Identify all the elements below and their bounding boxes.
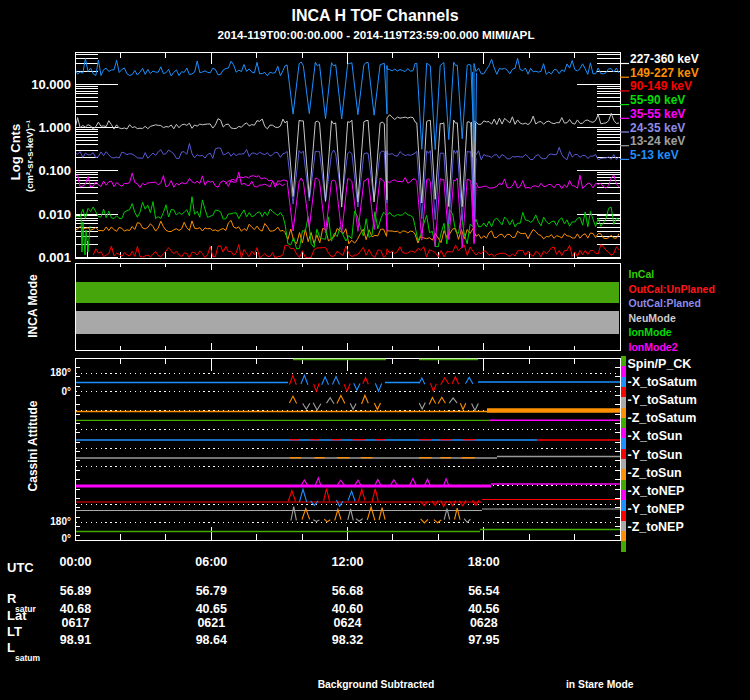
svg-text:Cassini Attitude: Cassini Attitude (26, 400, 40, 491)
svg-text:0628: 0628 (470, 616, 498, 630)
svg-text:-Z_toSatum: -Z_toSatum (628, 411, 697, 425)
svg-text:-X_toSun: -X_toSun (628, 429, 683, 443)
svg-text:5-13 keV: 5-13 keV (630, 148, 679, 162)
svg-text:149-227 keV: 149-227 keV (630, 66, 699, 80)
svg-text:227-360 keV: 227-360 keV (630, 52, 699, 66)
svg-text:0°: 0° (61, 533, 71, 544)
svg-text:40.68: 40.68 (60, 602, 91, 616)
svg-text:0624: 0624 (334, 616, 362, 630)
svg-text:2014-119T00:00:00.000 - 2014-1: 2014-119T00:00:00.000 - 2014-119T23:59:0… (217, 28, 534, 41)
svg-text:-Y_toNEP: -Y_toNEP (628, 502, 685, 516)
svg-text:40.65: 40.65 (196, 602, 227, 616)
svg-text:LT: LT (7, 624, 22, 639)
svg-text:in Stare Mode: in Stare Mode (566, 679, 634, 690)
svg-text:12:00: 12:00 (332, 555, 364, 569)
svg-text:-X_toNEP: -X_toNEP (628, 484, 685, 498)
svg-text:satum: satum (15, 653, 40, 663)
svg-text:L: L (7, 640, 15, 655)
svg-text:56.68: 56.68 (332, 584, 363, 598)
svg-text:40.60: 40.60 (332, 602, 363, 616)
svg-text:UTC: UTC (7, 560, 34, 575)
svg-text:98.91: 98.91 (60, 633, 91, 647)
svg-text:InCal: InCal (629, 268, 655, 280)
svg-text:97.95: 97.95 (468, 633, 499, 647)
svg-text:OutCal:Planed: OutCal:Planed (629, 297, 701, 309)
svg-text:0°: 0° (61, 386, 71, 397)
svg-text:98.64: 98.64 (196, 633, 227, 647)
svg-text:IonMode: IonMode (629, 326, 672, 338)
svg-text:INCA H TOF Channels: INCA H TOF Channels (291, 7, 458, 24)
svg-text:180°: 180° (50, 516, 71, 527)
svg-text:40.56: 40.56 (468, 602, 499, 616)
svg-text:1.000: 1.000 (38, 120, 71, 135)
svg-text:98.32: 98.32 (332, 633, 363, 647)
svg-text:24-35 keV: 24-35 keV (630, 121, 685, 135)
svg-text:INCA Mode: INCA Mode (26, 274, 40, 338)
svg-text:90-149 keV: 90-149 keV (630, 79, 692, 93)
svg-text:10.000: 10.000 (31, 77, 71, 92)
svg-text:18:00: 18:00 (468, 555, 500, 569)
svg-text:IonMode2: IonMode2 (629, 341, 678, 353)
svg-text:56.79: 56.79 (196, 584, 227, 598)
svg-text:0.010: 0.010 (38, 207, 71, 222)
svg-text:NeuMode: NeuMode (629, 312, 676, 324)
svg-text:Background Subtracted: Background Subtracted (318, 679, 435, 690)
svg-text:OutCal:UnPlaned: OutCal:UnPlaned (629, 283, 715, 295)
svg-text:00:00: 00:00 (60, 555, 92, 569)
svg-text:-Z_toNEP: -Z_toNEP (628, 520, 684, 534)
svg-text:56.54: 56.54 (468, 584, 499, 598)
svg-text:(cm²-sr-s-keV)⁻¹: (cm²-sr-s-keV)⁻¹ (24, 120, 35, 192)
svg-text:-X_toSatum: -X_toSatum (628, 375, 697, 389)
svg-text:0.001: 0.001 (38, 250, 71, 265)
svg-text:Log Cnts: Log Cnts (8, 124, 23, 180)
svg-text:Spin/P_CK: Spin/P_CK (628, 357, 692, 371)
svg-text:Lat: Lat (7, 608, 27, 623)
svg-text:55-90 keV: 55-90 keV (630, 93, 685, 107)
svg-text:-Z_toSun: -Z_toSun (628, 466, 682, 480)
svg-text:13-24 keV: 13-24 keV (630, 134, 685, 148)
svg-text:06:00: 06:00 (195, 555, 227, 569)
svg-text:35-55 keV: 35-55 keV (630, 107, 685, 121)
svg-text:0617: 0617 (62, 616, 90, 630)
svg-text:0621: 0621 (197, 616, 225, 630)
svg-text:180°: 180° (50, 367, 71, 378)
svg-text:-Y_toSun: -Y_toSun (628, 448, 683, 462)
svg-text:-Y_toSatum: -Y_toSatum (628, 393, 697, 407)
svg-text:0.100: 0.100 (38, 163, 71, 178)
svg-text:56.89: 56.89 (60, 584, 91, 598)
